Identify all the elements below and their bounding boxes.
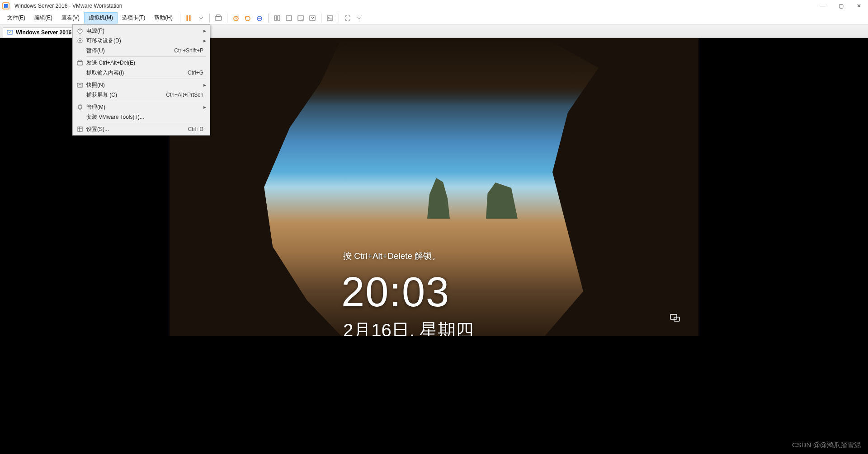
manage-icon bbox=[75, 104, 85, 110]
dropdown-caret-icon[interactable] bbox=[195, 13, 207, 23]
dropdown-caret-icon[interactable] bbox=[354, 13, 365, 23]
submenu-arrow-icon: ▸ bbox=[201, 104, 206, 110]
submenu-arrow-icon: ▸ bbox=[201, 37, 206, 44]
svg-point-20 bbox=[79, 84, 81, 86]
separator bbox=[321, 14, 321, 23]
power-icon bbox=[75, 28, 85, 34]
svg-rect-21 bbox=[78, 127, 82, 131]
vm-tab[interactable]: Windows Server 2016 × bbox=[3, 27, 83, 37]
app-icon bbox=[2, 2, 10, 10]
menu-settings[interactable]: 设置(S)... Ctrl+D bbox=[73, 124, 210, 134]
lockscreen-hint: 按 Ctrl+Alt+Delete 解锁。 bbox=[343, 250, 440, 262]
svg-rect-3 bbox=[217, 15, 220, 16]
snapshot-manager-button[interactable] bbox=[254, 13, 265, 23]
vm-tab-icon bbox=[7, 29, 13, 36]
vm-tab-label: Windows Server 2016 bbox=[16, 29, 71, 36]
network-icon[interactable] bbox=[670, 314, 680, 323]
lockscreen-date: 2月16日, 星期四 bbox=[343, 318, 474, 336]
submenu-arrow-icon: ▸ bbox=[201, 28, 206, 34]
view-single-button[interactable] bbox=[271, 13, 283, 23]
menu-separator bbox=[86, 101, 206, 101]
svg-rect-2 bbox=[215, 16, 222, 20]
separator bbox=[227, 14, 227, 23]
svg-rect-9 bbox=[286, 16, 292, 20]
menu-install-tools[interactable]: 安装 VMware Tools(T)... bbox=[73, 112, 210, 122]
svg-rect-19 bbox=[77, 83, 83, 87]
snapshot-revert-button[interactable] bbox=[242, 13, 254, 23]
menu-capture-screen[interactable]: 捕获屏幕 (C) Ctrl+Alt+PrtScn bbox=[73, 90, 210, 100]
close-button[interactable]: ✕ bbox=[855, 3, 863, 9]
menubar: 文件(E) 编辑(E) 查看(V) 虚拟机(M) 选项卡(T) 帮助(H) bbox=[0, 12, 868, 24]
minimize-button[interactable]: — bbox=[819, 3, 826, 9]
send-cad-button[interactable] bbox=[212, 13, 224, 23]
maximize-button[interactable]: ▢ bbox=[837, 3, 844, 9]
menu-grab-input[interactable]: 抓取输入内容(I) Ctrl+G bbox=[73, 68, 210, 78]
fullscreen-button[interactable] bbox=[342, 13, 354, 23]
menu-snapshot[interactable]: 快照(N) ▸ bbox=[73, 80, 210, 90]
menu-separator bbox=[86, 56, 206, 57]
menu-removable[interactable]: 可移动设备(D) ▸ bbox=[73, 36, 210, 46]
separator bbox=[209, 14, 210, 23]
menu-separator bbox=[86, 123, 206, 123]
wallpaper-decoration bbox=[486, 183, 518, 219]
view-unity-button[interactable] bbox=[307, 13, 318, 23]
pause-button[interactable] bbox=[183, 13, 195, 23]
wallpaper-decoration bbox=[427, 178, 450, 219]
watermark: CSDN @@鸿爪踏雪泥 bbox=[792, 441, 861, 449]
menu-send-cad[interactable]: 发送 Ctrl+Alt+Del(E) bbox=[73, 58, 210, 68]
separator bbox=[339, 14, 339, 23]
view-thumb-button[interactable] bbox=[283, 13, 295, 23]
settings-icon bbox=[75, 126, 85, 132]
view-multi-button[interactable] bbox=[295, 13, 307, 23]
menu-manage[interactable]: 管理(M) ▸ bbox=[73, 102, 210, 112]
menu-edit[interactable]: 编辑(E) bbox=[30, 12, 57, 23]
svg-point-5 bbox=[245, 16, 250, 21]
window-title: Windows Server 2016 - VMware Workstation bbox=[14, 3, 123, 9]
separator bbox=[180, 14, 180, 23]
console-button[interactable] bbox=[324, 13, 336, 23]
window-controls: — ▢ ✕ bbox=[819, 3, 863, 9]
vm-dropdown-menu: 电源(P) ▸ 可移动设备(D) ▸ 暂停(U) Ctrl+Shift+P 发送… bbox=[72, 24, 210, 136]
menu-help[interactable]: 帮助(H) bbox=[150, 12, 177, 23]
snapshot-icon bbox=[75, 82, 85, 88]
svg-rect-7 bbox=[274, 16, 277, 20]
svg-rect-18 bbox=[79, 60, 81, 61]
menu-vm[interactable]: 虚拟机(M) bbox=[84, 12, 118, 23]
submenu-arrow-icon: ▸ bbox=[201, 82, 206, 88]
menu-power[interactable]: 电源(P) ▸ bbox=[73, 26, 210, 36]
lockscreen-time: 20:03 bbox=[341, 268, 450, 316]
titlebar: Windows Server 2016 - VMware Workstation… bbox=[0, 0, 868, 12]
send-icon bbox=[75, 60, 85, 66]
menu-separator bbox=[86, 79, 206, 79]
svg-rect-11 bbox=[310, 16, 315, 20]
svg-rect-1 bbox=[4, 4, 8, 8]
svg-point-16 bbox=[80, 40, 81, 42]
svg-rect-8 bbox=[278, 16, 280, 20]
menu-pause[interactable]: 暂停(U) Ctrl+Shift+P bbox=[73, 46, 210, 56]
vm-lockscreen[interactable]: 按 Ctrl+Alt+Delete 解锁。 20:03 2月16日, 星期四 bbox=[170, 38, 698, 336]
menu-view[interactable]: 查看(V) bbox=[57, 12, 84, 23]
svg-rect-17 bbox=[77, 61, 83, 65]
separator bbox=[268, 14, 269, 23]
menu-tabs[interactable]: 选项卡(T) bbox=[118, 12, 150, 23]
snapshot-take-button[interactable] bbox=[230, 13, 242, 23]
menu-file[interactable]: 文件(E) bbox=[3, 12, 30, 23]
svg-rect-12 bbox=[327, 16, 333, 20]
removable-icon bbox=[75, 37, 85, 44]
